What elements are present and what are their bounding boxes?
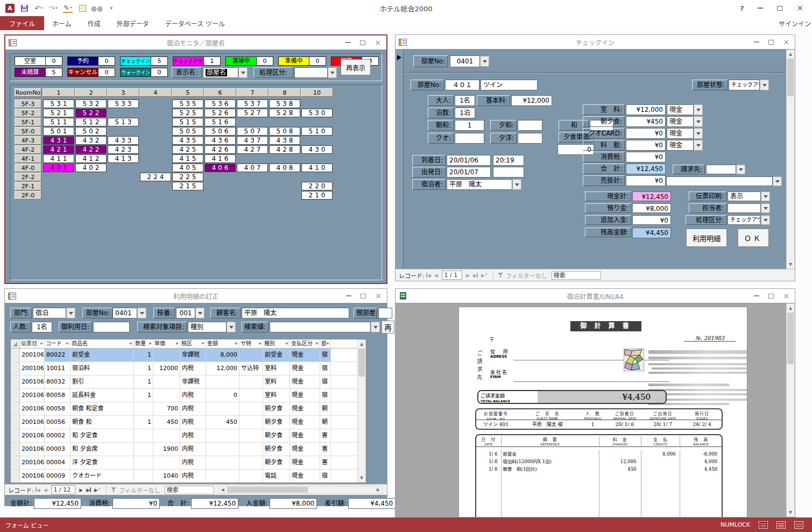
column-header[interactable]: 単価 bbox=[153, 339, 180, 348]
room-type-field[interactable]: ツイン bbox=[481, 80, 538, 90]
dropdown-button[interactable] bbox=[371, 322, 380, 332]
dropdown-button[interactable] bbox=[760, 80, 769, 90]
table-cell[interactable]: 現金 bbox=[290, 456, 320, 469]
record-selector-strip[interactable] bbox=[396, 49, 404, 269]
close-icon[interactable]: × bbox=[783, 292, 789, 300]
datasheet-view-icon[interactable] bbox=[776, 521, 786, 529]
room-cell[interactable]: 531 bbox=[43, 100, 74, 108]
column-header[interactable]: 伝票日 bbox=[20, 339, 45, 348]
table-row[interactable]: 20010600056朝食 和1450内税450朝夕食現金朝 bbox=[11, 416, 366, 429]
record-position[interactable]: 1 / 12 bbox=[51, 485, 76, 494]
table-cell[interactable]: 200106 bbox=[20, 349, 45, 361]
previous-record-icon[interactable]: ◀ bbox=[44, 487, 47, 493]
room-cell[interactable]: 427 bbox=[237, 145, 268, 154]
room-cell[interactable]: 410 bbox=[301, 164, 333, 172]
table-cell[interactable]: 現金 bbox=[290, 375, 320, 388]
dropdown-button[interactable] bbox=[773, 176, 782, 186]
column-header[interactable]: コード bbox=[45, 339, 70, 348]
search-target-combo[interactable]: 種別 bbox=[188, 322, 227, 332]
room-cell[interactable]: 431 bbox=[43, 136, 74, 145]
room-cell[interactable]: 533 bbox=[108, 100, 139, 108]
arrival-date-field[interactable]: 20/01/06 bbox=[447, 155, 491, 166]
table-cell[interactable] bbox=[239, 389, 263, 402]
table-cell[interactable]: 00003 bbox=[45, 443, 70, 456]
table-cell[interactable]: 1900 bbox=[153, 443, 180, 456]
table-cell[interactable]: 内税 bbox=[180, 402, 206, 415]
payment-method-combo[interactable]: 現金 bbox=[667, 128, 694, 139]
charge-value[interactable]: ¥0 bbox=[626, 175, 666, 186]
customer-name-field[interactable]: 平原 陽太 bbox=[242, 308, 349, 318]
table-cell[interactable]: 80032 bbox=[45, 375, 70, 388]
filter-status[interactable]: フィルターなし bbox=[497, 271, 547, 280]
dropdown-button[interactable] bbox=[238, 67, 248, 78]
table-cell[interactable]: 1040 bbox=[153, 470, 180, 483]
table-row[interactable]: 20010680032割引1非課税室料現金宿 bbox=[11, 375, 366, 389]
qat-customize-icon[interactable]: ▾ bbox=[107, 3, 116, 13]
room-cell[interactable]: 521 bbox=[43, 109, 74, 117]
table-cell[interactable]: 非課税 bbox=[180, 349, 206, 361]
table-cell[interactable]: 現金 bbox=[290, 416, 320, 429]
ok-button[interactable]: ＯＫ bbox=[738, 229, 769, 247]
table-cell[interactable]: 朝食 和 bbox=[70, 416, 134, 429]
dropdown-button[interactable] bbox=[694, 104, 703, 115]
table-cell[interactable]: 非課税 bbox=[180, 375, 206, 388]
dropdown-button[interactable] bbox=[761, 203, 770, 213]
room-cell[interactable]: 512 bbox=[75, 118, 107, 126]
table-cell[interactable] bbox=[134, 443, 153, 456]
table-cell[interactable]: 朝 bbox=[320, 402, 331, 415]
room-cell[interactable]: 225 bbox=[172, 173, 203, 181]
process-type-combo[interactable] bbox=[294, 67, 328, 78]
minimize-icon[interactable] bbox=[346, 295, 351, 296]
table-cell[interactable] bbox=[153, 375, 180, 388]
undo-icon[interactable]: ↶▾ bbox=[34, 3, 44, 13]
table-cell[interactable]: 1 bbox=[134, 362, 153, 375]
table-cell[interactable]: 200106 bbox=[20, 416, 45, 429]
filter-status[interactable]: フィルターなし bbox=[110, 486, 160, 494]
departure-time-field[interactable] bbox=[493, 167, 524, 178]
table-row[interactable]: 20010600003和 夕会席1900内税朝夕食現金害 bbox=[11, 443, 366, 456]
first-record-icon[interactable]: ◀ bbox=[36, 487, 40, 493]
table-cell[interactable]: 朝夕食 bbox=[263, 402, 290, 415]
table-cell[interactable]: 450 bbox=[206, 416, 239, 429]
column-header[interactable]: 支払区分 bbox=[290, 339, 320, 348]
dropdown-button[interactable] bbox=[137, 308, 146, 318]
billing-combo[interactable] bbox=[706, 165, 736, 174]
table-cell[interactable]: 宿 bbox=[320, 470, 331, 483]
table-cell[interactable]: 延長料金 bbox=[70, 389, 134, 402]
room-cell[interactable]: 536 bbox=[204, 100, 236, 108]
room-cell[interactable]: 437 bbox=[237, 136, 268, 145]
table-cell[interactable]: 8,000 bbox=[206, 349, 239, 361]
room-cell[interactable]: 537 bbox=[237, 100, 268, 108]
floor-row-label[interactable]: 4F-1 bbox=[15, 154, 41, 163]
table-cell[interactable]: 害 bbox=[320, 456, 331, 469]
table-row[interactable]: 20010680022前受金1非課税8,000前受金現金宿 bbox=[11, 349, 366, 362]
balance-value[interactable]: ¥4,450 bbox=[632, 228, 671, 238]
table-cell[interactable]: 現金 bbox=[290, 443, 320, 456]
table-cell[interactable] bbox=[206, 402, 239, 415]
table-cell[interactable] bbox=[206, 456, 239, 469]
tab-create[interactable]: 作成 bbox=[80, 16, 109, 30]
dropdown-button[interactable] bbox=[761, 191, 770, 201]
room-cell[interactable]: 506 bbox=[204, 127, 236, 136]
dropdown-button[interactable] bbox=[480, 56, 489, 67]
room-cell[interactable]: 535 bbox=[172, 100, 203, 108]
dropdown-button[interactable] bbox=[512, 179, 521, 190]
search-input[interactable]: 検索 bbox=[165, 486, 214, 494]
next-record-icon[interactable]: ▶ bbox=[466, 273, 470, 278]
charge-value[interactable]: ¥450 bbox=[626, 116, 666, 127]
row-selector[interactable] bbox=[11, 456, 20, 469]
table-cell[interactable]: 1 bbox=[134, 375, 153, 388]
table-cell[interactable]: 00009 bbox=[45, 470, 70, 483]
table-cell[interactable]: 室料 bbox=[263, 362, 290, 375]
table-cell[interactable]: 内税 bbox=[180, 389, 206, 402]
table-cell[interactable]: 200106 bbox=[20, 389, 45, 402]
table-cell[interactable]: 00056 bbox=[45, 416, 70, 429]
column-header[interactable]: 種別 bbox=[263, 339, 290, 348]
table-cell[interactable] bbox=[239, 470, 263, 483]
table-cell[interactable] bbox=[239, 416, 263, 429]
room-cell[interactable]: 430 bbox=[301, 145, 333, 154]
room-cell[interactable]: 516 bbox=[204, 118, 236, 126]
close-icon[interactable]: × bbox=[783, 38, 789, 46]
room-cell[interactable]: 528 bbox=[269, 109, 300, 117]
room-cell[interactable]: 425 bbox=[172, 145, 203, 154]
